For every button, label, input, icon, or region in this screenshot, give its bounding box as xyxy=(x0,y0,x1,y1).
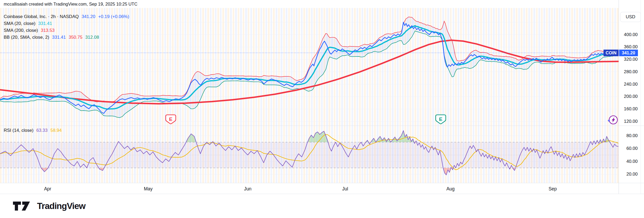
rsi-tick-label: 80.00 xyxy=(621,133,638,138)
price-tick-label: 160.00 xyxy=(621,106,638,112)
symbol-title: Coinbase Global, Inc. · 2h · NASDAQ xyxy=(4,14,79,19)
price-tick-label: 240.00 xyxy=(621,82,638,87)
rsi-legend: RSI (14, close) 63.33 58.94 xyxy=(4,127,63,134)
symbol-last-price: 341.20 xyxy=(82,14,95,19)
price-tick-label: 360.00 xyxy=(621,44,638,50)
price-tick-label: 120.00 xyxy=(621,119,638,124)
sma20-label: SMA (20, close) xyxy=(4,21,35,26)
badge-symbol: COIN xyxy=(604,50,619,56)
price-scale-border xyxy=(619,0,619,194)
sma200-label: SMA (200, close) xyxy=(4,28,38,33)
rsi-tick-label: 60.00 xyxy=(621,146,638,151)
tradingview-logo-icon[interactable] xyxy=(10,201,34,211)
price-scale-right-border xyxy=(641,0,641,194)
footer: TradingView xyxy=(10,201,85,211)
rsi-ma-value: 58.94 xyxy=(50,128,62,133)
rsi-label: RSI (14, close) xyxy=(4,128,33,133)
rsi-tick-label: 40.00 xyxy=(621,159,638,164)
last-price-badge: COIN 341.20 xyxy=(604,50,638,56)
bb-basis-value: 331.41 xyxy=(52,35,66,40)
tradingview-published-chart: mccallisaiah created with TradingView.co… xyxy=(0,0,644,218)
legend-bb-row[interactable]: BB (20, SMA, close, 2) 331.41 350.75 312… xyxy=(4,34,131,41)
currency-usd-button[interactable]: USD xyxy=(620,12,641,22)
time-axis-label[interactable]: Aug xyxy=(446,186,454,191)
svg-text:E: E xyxy=(439,116,443,122)
sparkle-icon: ✦ xyxy=(607,118,611,123)
ai-lightning-icon[interactable]: ✦ xyxy=(607,116,618,124)
bb-lower-value: 312.08 xyxy=(85,35,99,40)
earnings-icon[interactable]: E xyxy=(166,115,176,124)
time-axis-label[interactable]: Jun xyxy=(244,186,251,191)
symbol-change: +0.19 (+0.06%) xyxy=(98,14,129,19)
time-axis-label[interactable]: Apr xyxy=(44,186,51,191)
price-tick-label: 400.00 xyxy=(621,32,638,37)
bb-upper-value: 350.75 xyxy=(69,35,82,40)
badge-price: 341.20 xyxy=(619,50,638,56)
legend-rsi-row[interactable]: RSI (14, close) 63.33 58.94 xyxy=(4,127,63,134)
time-axis-label[interactable]: Jul xyxy=(342,186,348,191)
rsi-tick-label: 20.00 xyxy=(621,172,638,177)
price-tick-label: 200.00 xyxy=(621,94,638,99)
time-axis-label[interactable]: May xyxy=(144,186,152,191)
sma200-value: 313.53 xyxy=(41,28,55,33)
bb-label: BB (20, SMA, close, 2) xyxy=(4,35,49,40)
time-axis-label[interactable]: Sep xyxy=(548,186,557,191)
price-tick-label: 280.00 xyxy=(621,69,638,75)
rsi-value: 63.33 xyxy=(36,128,48,133)
legend-symbol-row[interactable]: Coinbase Global, Inc. · 2h · NASDAQ 341.… xyxy=(4,13,131,20)
sma20-value: 331.41 xyxy=(38,21,52,26)
price-tick-label: 320.00 xyxy=(621,57,638,62)
legend-sma200-row[interactable]: SMA (200, close) 313.53 xyxy=(4,27,131,34)
brand-name[interactable]: TradingView xyxy=(37,201,85,211)
chart-legend: Coinbase Global, Inc. · 2h · NASDAQ 341.… xyxy=(4,13,131,41)
svg-text:E: E xyxy=(169,116,173,122)
earnings-icon[interactable]: E xyxy=(436,115,446,124)
legend-sma20-row[interactable]: SMA (20, close) 331.41 xyxy=(4,20,131,27)
